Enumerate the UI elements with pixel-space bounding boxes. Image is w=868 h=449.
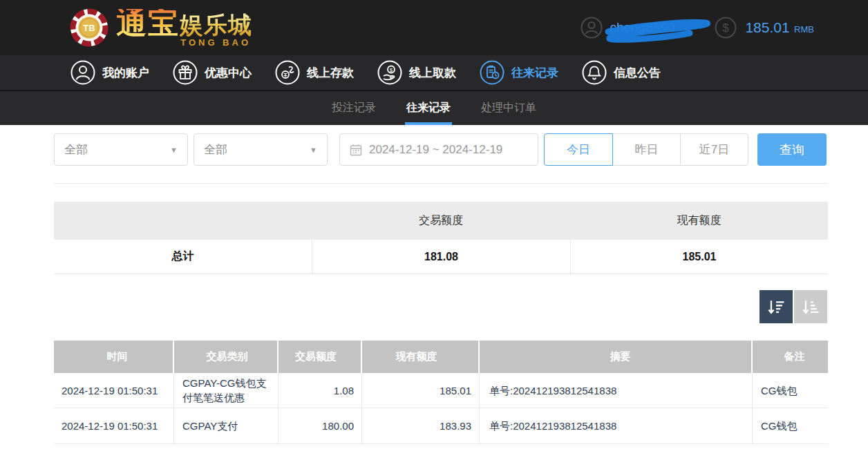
- nav-item-transaction-records[interactable]: 往来记录: [480, 60, 558, 85]
- summary-header-row: 交易额度 现有额度: [54, 202, 828, 240]
- site-logo[interactable]: TB 通宝 娱乐城 TONG BAO: [69, 8, 252, 48]
- category-select[interactable]: 全部 ▼: [54, 133, 188, 166]
- nav-item-withdraw[interactable]: $ 线上取款: [377, 60, 456, 85]
- header-time: 时间: [54, 341, 174, 373]
- cell-time: 2024-12-19 01:50:31: [54, 408, 174, 444]
- summary-header-transaction-amount: 交易额度: [312, 202, 570, 240]
- date-range-value: 2024-12-19 ~ 2024-12-19: [369, 143, 502, 157]
- summary-total-row: 总计 181.08 185.01: [54, 240, 828, 274]
- tab-label: 投注记录: [332, 101, 376, 115]
- cell-transaction-type: CGPAY支付: [174, 408, 279, 444]
- yesterday-button[interactable]: 昨日: [612, 133, 681, 166]
- nav-label: 我的账户: [102, 65, 149, 81]
- cell-transaction-type: CGPAY-CG钱包支付笔笔送优惠: [174, 373, 279, 408]
- record-tabs-bar: 投注记录 往来记录 处理中订单: [0, 90, 868, 125]
- main-navigation: 我的账户 优惠中心 线上存款 $ 线上取款: [0, 55, 868, 90]
- nav-item-promotions[interactable]: 优惠中心: [173, 60, 252, 85]
- header-note: 备注: [753, 341, 828, 373]
- summary-header-current-balance: 现有额度: [570, 202, 828, 240]
- cell-note: CG钱包: [753, 373, 828, 408]
- cell-note: CG钱包: [753, 408, 828, 444]
- site-title-sub: 娱乐城: [180, 13, 252, 37]
- type-select[interactable]: 全部 ▼: [194, 133, 328, 166]
- svg-text:TB: TB: [83, 23, 95, 33]
- nav-item-deposit[interactable]: 线上存款: [275, 60, 354, 85]
- cell-current-balance: 183.93: [362, 408, 480, 444]
- user-icon: [70, 60, 95, 85]
- section-divider: [54, 183, 828, 184]
- poker-chip-logo-icon: TB: [69, 8, 109, 48]
- deposit-icon: [275, 60, 300, 85]
- cell-transaction-amount: 1.08: [279, 373, 362, 408]
- top-header-bar: TB 通宝 娱乐城 TONG BAO cheng8590 $: [0, 0, 868, 55]
- cell-current-balance: 185.01: [362, 373, 480, 408]
- header-right-group: cheng8590 $ 185.01 RMB: [581, 0, 814, 55]
- summary-total-label: 总计: [54, 240, 312, 274]
- nav-item-my-account[interactable]: 我的账户: [70, 60, 149, 85]
- sort-descending-button[interactable]: [760, 290, 793, 323]
- records-icon: [480, 60, 504, 85]
- nav-label: 往来记录: [511, 65, 558, 81]
- table-row: 2024-12-19 01:50:31 CGPAY-CG钱包支付笔笔送优惠 1.…: [54, 373, 828, 408]
- dollar-circle-icon: $: [715, 17, 737, 39]
- summary-transaction-total: 181.08: [312, 240, 570, 274]
- header-transaction-type: 交易类别: [174, 341, 279, 373]
- user-avatar-icon: [581, 17, 603, 39]
- nav-label: 线上取款: [409, 65, 456, 81]
- bell-icon: [582, 60, 607, 85]
- header-current-balance: 现有额度: [362, 341, 480, 373]
- type-select-value: 全部: [204, 142, 227, 157]
- site-title: 通宝 娱乐城 TONG BAO: [116, 9, 252, 46]
- cell-time: 2024-12-19 01:50:31: [54, 373, 174, 408]
- calendar-icon: [350, 144, 362, 156]
- tab-label: 往来记录: [406, 101, 451, 115]
- username-text: cheng8590: [610, 20, 674, 35]
- summary-table: 交易额度 现有额度 总计 181.08 185.01: [54, 202, 828, 274]
- sort-ascending-icon: [800, 296, 821, 317]
- date-range-input[interactable]: 2024-12-19 ~ 2024-12-19: [339, 133, 538, 166]
- withdraw-icon: $: [377, 60, 402, 85]
- nav-label: 信息公告: [614, 65, 661, 81]
- last-7-days-button[interactable]: 近7日: [680, 133, 748, 166]
- svg-text:$: $: [723, 21, 730, 35]
- header-transaction-amount: 交易额度: [279, 341, 362, 373]
- quick-date-buttons: 今日 昨日 近7日: [544, 133, 748, 166]
- balance-amount: 185.01: [745, 19, 789, 35]
- svg-text:$: $: [390, 67, 393, 73]
- sort-descending-icon: [766, 296, 786, 317]
- balance-currency: RMB: [794, 24, 814, 35]
- cell-summary: 单号:202412193812541838: [480, 408, 753, 444]
- nav-label: 优惠中心: [205, 65, 252, 81]
- today-button[interactable]: 今日: [544, 133, 613, 166]
- chevron-down-icon: ▼: [310, 146, 317, 154]
- site-title-main: 通宝: [116, 9, 180, 37]
- main-content: 全部 ▼ 全部 ▼ 2024-12-19 ~ 2024-12-19 今日 昨日 …: [0, 125, 868, 449]
- balance-display[interactable]: $ 185.01 RMB: [715, 17, 814, 39]
- sort-ascending-button[interactable]: [794, 290, 827, 323]
- summary-header-empty: [54, 202, 312, 240]
- query-button[interactable]: 查询: [757, 133, 827, 166]
- table-header-row: 时间 交易类别 交易额度 现有额度 摘要 备注: [54, 341, 828, 373]
- cell-transaction-amount: 180.00: [279, 408, 362, 444]
- user-account[interactable]: cheng8590: [581, 17, 674, 39]
- transactions-table: 时间 交易类别 交易额度 现有额度 摘要 备注 2024-12-19 01:50…: [54, 341, 828, 444]
- chevron-down-icon: ▼: [170, 146, 178, 154]
- site-title-latin: TONG BAO: [180, 37, 251, 48]
- summary-balance-total: 185.01: [570, 240, 828, 274]
- tab-bet-records[interactable]: 投注记录: [332, 91, 376, 125]
- cell-summary: 单号:202412193812541838: [480, 373, 753, 408]
- header-summary: 摘要: [480, 341, 753, 373]
- tab-pending-orders[interactable]: 处理中订单: [481, 91, 536, 125]
- sort-controls: [760, 290, 827, 323]
- tab-label: 处理中订单: [481, 101, 536, 115]
- filter-toolbar: 全部 ▼ 全部 ▼ 2024-12-19 ~ 2024-12-19 今日 昨日 …: [54, 133, 828, 166]
- tab-transaction-records[interactable]: 往来记录: [406, 91, 451, 125]
- table-row: 2024-12-19 01:50:31 CGPAY支付 180.00 183.9…: [54, 408, 828, 444]
- category-select-value: 全部: [64, 142, 88, 157]
- nav-label: 线上存款: [307, 65, 354, 81]
- gift-icon: [173, 60, 198, 85]
- nav-item-announcements[interactable]: 信息公告: [582, 60, 661, 85]
